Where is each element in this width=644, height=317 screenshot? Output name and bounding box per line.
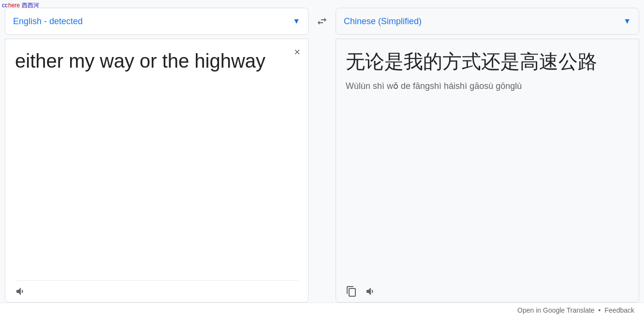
- target-speaker-icon: [365, 286, 377, 297]
- source-text: either my way or the highway: [15, 49, 298, 280]
- copy-icon: [346, 286, 357, 297]
- source-bottom-bar: [15, 280, 298, 297]
- panel-divider: [308, 39, 336, 303]
- open-in-google-translate-link[interactable]: Open in Google Translate: [517, 306, 595, 314]
- target-panel: 无论是我的方式还是高速公路 Wúlùn shì wǒ de fāngshì há…: [336, 39, 639, 303]
- target-language-dropdown-arrow: ▼: [623, 17, 631, 26]
- target-tts-button[interactable]: [365, 285, 377, 297]
- target-main-text: 无论是我的方式还是高速公路: [346, 49, 629, 74]
- footer-separator: •: [599, 306, 601, 314]
- source-language-label: English - detected: [13, 16, 293, 27]
- clear-button[interactable]: ×: [294, 47, 300, 58]
- target-language-selector[interactable]: Chinese (Simplified) ▼: [336, 8, 639, 35]
- swap-languages-button[interactable]: [308, 15, 336, 27]
- target-bottom-bar: [346, 281, 629, 297]
- footer: Open in Google Translate • Feedback: [0, 303, 644, 317]
- source-speaker-icon: [15, 286, 27, 297]
- translation-panels: either my way or the highway × 无论是我的方式还是…: [5, 39, 639, 303]
- language-selector-row: English - detected ▼ Chinese (Simplified…: [5, 7, 639, 36]
- source-panel: either my way or the highway ×: [5, 39, 308, 303]
- translate-container: English - detected ▼ Chinese (Simplified…: [5, 7, 639, 303]
- feedback-link[interactable]: Feedback: [605, 306, 634, 314]
- copy-translation-button[interactable]: [346, 285, 357, 297]
- source-language-selector[interactable]: English - detected ▼: [5, 8, 308, 35]
- target-language-label: Chinese (Simplified): [344, 16, 623, 27]
- swap-icon: [316, 15, 328, 27]
- target-phonetic-text: Wúlùn shì wǒ de fāngshì háishì gāosù gōn…: [346, 80, 629, 93]
- source-tts-button[interactable]: [15, 285, 27, 297]
- source-language-dropdown-arrow: ▼: [293, 17, 300, 26]
